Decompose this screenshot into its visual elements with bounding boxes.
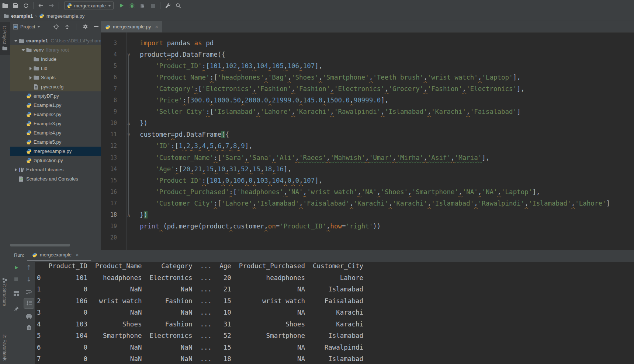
run-console-output[interactable]: Product_ID Product_Name Category ... Age… [35,262,634,364]
print-button[interactable] [24,312,33,321]
open-icon[interactable] [0,1,10,10]
tree-item-example3-py[interactable]: Example3.py [10,119,101,128]
code-token: 'Asif' [427,154,451,161]
tree-item-scratches-and-consoles[interactable]: Scratches and Consoles [10,174,101,183]
run-button[interactable] [117,1,127,10]
code-line[interactable]: 'Seller_City':['Islamabad','Lahore','Kar… [140,106,521,118]
code-line[interactable]: 'Product_ID':[101,102,103,104,105,106,10… [140,60,322,72]
hide-panel-icon[interactable] [92,23,101,31]
up-stacktrace-button[interactable]: ↑ [24,263,33,272]
code-line[interactable]: 'Customer_Name':['Sara','Sana','Ali','Ra… [140,152,489,164]
code-token: : [171,142,175,150]
locate-target-icon[interactable] [52,23,60,31]
code-token: = [167,51,171,58]
restore-layout-button[interactable] [12,289,21,297]
code-line[interactable]: 'Customer_City':['Lahore','Islamabad','F… [140,198,610,209]
code-line[interactable]: 'Price':[300.0,1000.50,2000.0,21999.0,14… [140,95,388,106]
stripe-favorites-button[interactable]: 2: Favorites [2,335,7,358]
tree-item-pyvenv-cfg[interactable]: pyvenv.cfg [10,82,101,91]
tree-item-include[interactable]: Include [10,55,101,64]
fold-marker-icon[interactable]: ∨ [126,49,132,60]
tree-item-external-libraries[interactable]: External Libraries [10,165,101,174]
breadcrumb-project[interactable]: example1 [11,13,33,19]
code-line[interactable]: 'Product_Purchased':['headphones','NA','… [140,186,540,198]
soft-wrap-button[interactable] [24,288,33,296]
chevron-down-icon[interactable] [20,49,26,51]
code-token: 106 [287,62,299,70]
code-line[interactable]: 'Category':['Electronics','Fashion','Fas… [140,83,524,95]
save-icon[interactable] [10,1,21,10]
code-line[interactable]: }) [140,118,148,129]
fold-marker-icon[interactable]: ∨ [126,129,132,140]
code-token: 107 [303,177,315,184]
back-icon[interactable] [36,1,46,10]
code-line[interactable]: }) [140,209,148,221]
stop-button[interactable] [148,1,158,10]
tree-item-example5-py[interactable]: Example5.py [10,137,101,147]
tree-item-label: Example3.py [34,121,61,126]
tree-item-scripts[interactable]: Scripts [10,73,101,82]
code-token: 'Sara' [221,154,245,161]
code-line[interactable]: product=pd.DataFrame({ [140,49,225,60]
tree-item-example1-py[interactable]: Example1.py [10,101,101,110]
tree-item-example4-py[interactable]: Example4.py [10,128,101,137]
forward-icon[interactable] [46,1,56,10]
horizontal-scrollbar[interactable] [10,244,70,246]
code-line[interactable]: 'Age':[20,21,15,10,31,52,15,18,16], [140,164,291,175]
run-configuration-select[interactable]: mergeexample [64,1,114,10]
chevron-right-icon[interactable] [28,67,34,70]
down-stacktrace-button[interactable]: ↓ [24,275,33,283]
run-tab-mergeexample[interactable]: mergeexample × [32,252,79,258]
tree-item-example1[interactable]: example1C:\Users\DELL\Pycharm [10,36,101,45]
search-icon[interactable] [173,1,183,10]
code-token: , [295,154,299,161]
wrench-icon[interactable] [163,1,173,10]
stripe-project-button[interactable]: 1: Project [2,25,7,44]
code-line[interactable]: customer=pd.DataFrame({ [140,129,229,140]
debug-button[interactable] [127,1,137,10]
tree-item-lib[interactable]: Lib [10,64,101,73]
tree-item-mergeexample-py[interactable]: mergeexample.py [10,147,101,156]
close-icon[interactable]: × [155,24,158,30]
code-line[interactable]: 'Product_ID':[101,0,106,0,103,104,0,0,10… [140,175,322,186]
code-line[interactable]: 'ID':[1,2,3,4,5,6,7,8,9], [140,140,253,152]
close-icon[interactable]: × [76,252,79,258]
tree-item-label: mergeexample.py [34,148,72,154]
code-line[interactable]: 'Product_Name':['headphones','Bag','Shoe… [140,72,521,83]
clear-console-button[interactable] [24,323,33,332]
gear-icon[interactable] [81,23,90,31]
pin-button[interactable] [12,305,21,313]
tree-item-zipfunction-py[interactable]: zipfunction.py [10,156,101,165]
stop-button[interactable] [12,275,21,283]
sync-icon[interactable] [21,1,31,10]
code-token: , [229,142,233,150]
chevron-right-icon[interactable] [28,76,34,80]
tab-mergeexample[interactable]: mergeexample.py × [101,21,162,32]
breadcrumb-file[interactable]: mergeexample.py [46,13,84,19]
tree-item-venv[interactable]: venvlibrary root [10,45,101,55]
breadcrumb-separator: › [35,13,37,19]
stripe-structure-button[interactable]: 7: Structure [2,283,7,306]
fold-marker-icon[interactable]: ∧ [126,118,132,129]
code-token: 18 [264,165,272,173]
tree-item-example2-py[interactable]: Example2.py [10,110,101,119]
breadcrumb: example1 › mergeexample.py [0,11,634,21]
code-token: : [210,74,214,81]
project-panel-title[interactable]: Project [20,24,35,29]
rerun-button[interactable] [12,263,21,272]
scroll-to-end-icon[interactable] [25,299,34,307]
python-icon [26,158,34,163]
code-line[interactable]: import pandas as pd [140,38,214,49]
fold-marker-icon[interactable]: ∧ [126,209,132,221]
chevron-down-icon[interactable] [13,40,19,42]
line-number: 13 [101,152,117,164]
code-viewport[interactable]: 3import pandas as pd4∨product=pd.DataFra… [101,32,634,240]
tool-window-stripe: 1: Project 7: Structure 2: Favorites ★ [0,21,10,364]
coverage-button[interactable] [137,1,148,10]
editor-scrollbar[interactable] [629,32,629,250]
tree-item-emptydf-py[interactable]: emptyDF.py [10,91,101,101]
code-token: 90999.0 [354,97,381,104]
chevron-right-icon[interactable] [13,168,19,172]
code-line[interactable]: print (pd.merge(product,customer,on='Pro… [140,221,381,232]
collapse-all-icon[interactable] [63,23,72,31]
